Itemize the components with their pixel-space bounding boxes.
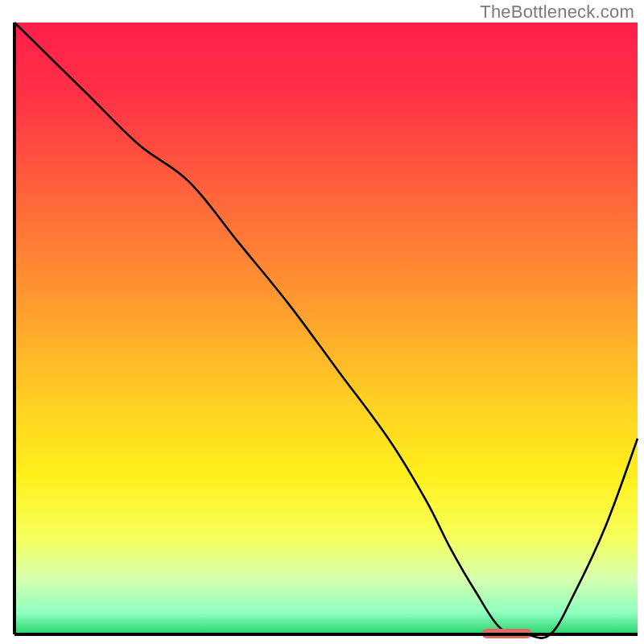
chart-svg	[0, 0, 644, 644]
watermark-text: TheBottleneck.com	[480, 2, 634, 23]
chart-container: TheBottleneck.com	[0, 0, 644, 644]
